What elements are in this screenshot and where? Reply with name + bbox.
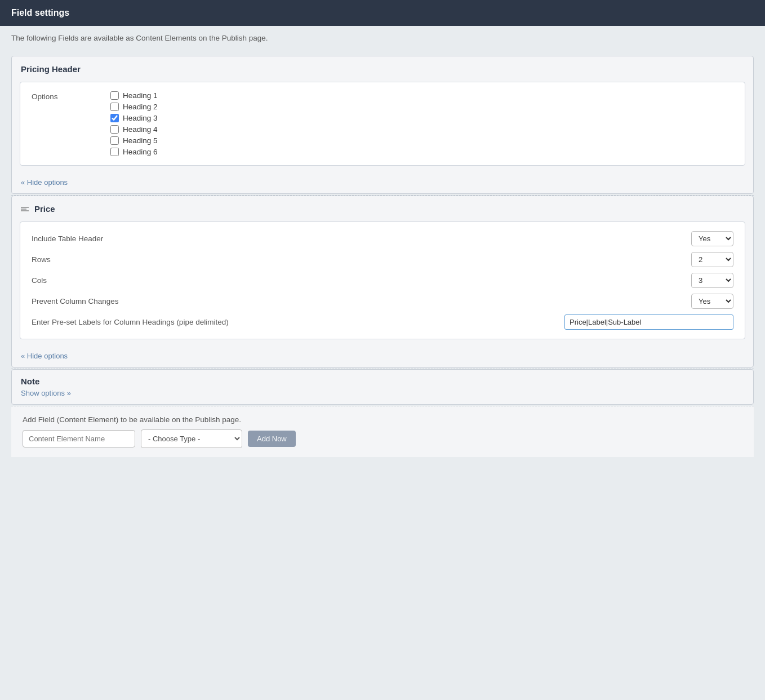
price-section-header: Price — [12, 196, 753, 221]
field-row-cols: Cols 1 2 3 4 5 — [32, 273, 733, 288]
heading3-label: Heading 3 — [123, 114, 158, 122]
heading6-checkbox[interactable] — [110, 148, 119, 156]
add-now-button[interactable]: Add Now — [248, 431, 296, 447]
note-show-options-link[interactable]: Show options » — [21, 389, 71, 397]
pricing-header-title: Pricing Header — [12, 56, 753, 82]
heading2-label: Heading 2 — [123, 103, 158, 111]
pricing-header-options-panel: Options Heading 1 Heading 2 — [20, 82, 745, 166]
prevent-column-changes-label: Prevent Column Changes — [32, 297, 691, 305]
note-section-body: Note Show options » — [12, 370, 753, 404]
field-row-include-table-header: Include Table Header Yes No — [32, 231, 733, 246]
pricing-header-section: Pricing Header Options Heading 1 Heading… — [11, 56, 754, 194]
page-header: Field settings — [0, 0, 765, 26]
heading1-label: Heading 1 — [123, 91, 158, 100]
heading4-checkbox[interactable] — [110, 125, 119, 134]
heading1-checkbox-item[interactable]: Heading 1 — [110, 91, 158, 100]
options-row: Options Heading 1 Heading 2 — [32, 91, 733, 156]
pricing-hide-options-link[interactable]: « Hide options — [12, 174, 753, 193]
include-table-header-label: Include Table Header — [32, 234, 691, 243]
choose-type-select[interactable]: - Choose Type - Heading Text Table Image… — [141, 429, 242, 448]
cols-label: Cols — [32, 276, 691, 285]
heading3-checkbox[interactable] — [110, 114, 119, 122]
price-options-panel: Include Table Header Yes No Rows 1 2 3 — [20, 221, 745, 339]
checkboxes-list: Heading 1 Heading 2 Heading 3 — [110, 91, 158, 156]
sort-icon — [21, 207, 29, 211]
rows-select[interactable]: 1 2 3 4 5 — [691, 252, 733, 267]
heading5-label: Heading 5 — [123, 136, 158, 145]
include-table-header-select[interactable]: Yes No — [691, 231, 733, 246]
heading2-checkbox-item[interactable]: Heading 2 — [110, 103, 158, 111]
add-field-section: Add Field (Content Element) to be availa… — [11, 406, 754, 457]
heading4-checkbox-item[interactable]: Heading 4 — [110, 125, 158, 134]
heading1-checkbox[interactable] — [110, 91, 119, 100]
add-field-name-input[interactable] — [23, 430, 135, 448]
field-row-rows: Rows 1 2 3 4 5 — [32, 252, 733, 267]
price-title: Price — [34, 204, 55, 214]
cols-control: 1 2 3 4 5 — [691, 273, 733, 288]
rows-control: 1 2 3 4 5 — [691, 252, 733, 267]
cols-select[interactable]: 1 2 3 4 5 — [691, 273, 733, 288]
heading5-checkbox-item[interactable]: Heading 5 — [110, 136, 158, 145]
note-section: Note Show options » — [11, 369, 754, 405]
preset-labels-input[interactable] — [564, 314, 733, 330]
heading4-label: Heading 4 — [123, 125, 158, 134]
options-label: Options — [32, 91, 110, 101]
heading6-checkbox-item[interactable]: Heading 6 — [110, 148, 158, 156]
preset-labels-label: Enter Pre-set Labels for Column Headings… — [32, 318, 564, 326]
note-title: Note — [21, 376, 744, 386]
preset-labels-control — [564, 314, 733, 330]
add-field-controls: - Choose Type - Heading Text Table Image… — [23, 429, 742, 448]
add-field-title: Add Field (Content Element) to be availa… — [23, 415, 742, 424]
rows-label: Rows — [32, 255, 691, 264]
page-title: Field settings — [11, 8, 69, 17]
heading2-checkbox[interactable] — [110, 103, 119, 111]
heading5-checkbox[interactable] — [110, 136, 119, 145]
price-hide-options-link[interactable]: « Hide options — [12, 347, 753, 367]
field-row-preset-labels: Enter Pre-set Labels for Column Headings… — [32, 314, 733, 330]
page-description: The following Fields are available as Co… — [0, 26, 765, 50]
main-content: Pricing Header Options Heading 1 Heading… — [0, 50, 765, 468]
heading6-label: Heading 6 — [123, 148, 158, 156]
prevent-column-changes-select[interactable]: Yes No — [691, 294, 733, 309]
include-table-header-control: Yes No — [691, 231, 733, 246]
field-row-prevent-column-changes: Prevent Column Changes Yes No — [32, 294, 733, 309]
heading3-checkbox-item[interactable]: Heading 3 — [110, 114, 158, 122]
prevent-column-changes-control: Yes No — [691, 294, 733, 309]
price-section: Price Include Table Header Yes No Rows 1 — [11, 196, 754, 367]
